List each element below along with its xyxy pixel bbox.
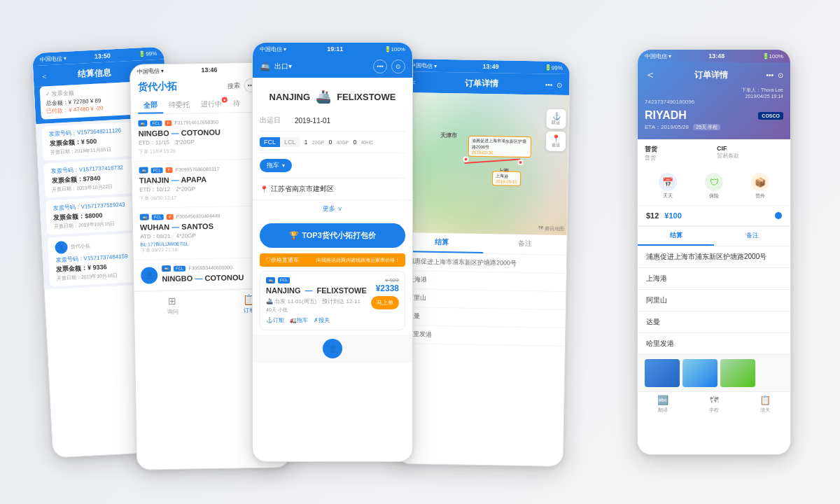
- thumb-3[interactable]: [720, 359, 755, 387]
- service-type-2: 贸易条款: [717, 152, 783, 160]
- back-btn-billing[interactable]: ＜: [40, 71, 48, 82]
- eta-badge: 25天 半程: [693, 124, 720, 130]
- battery-billing: 🔋99%: [139, 50, 157, 57]
- orderer-label: 下单人：Thora Lee: [645, 87, 783, 94]
- search-label[interactable]: 搜索: [227, 81, 239, 90]
- tag-fcl-result: FCL: [278, 277, 290, 284]
- nav-map: ＜ 订单详情 ••• ⊙: [402, 71, 569, 95]
- location-text[interactable]: 江苏省南京市建邺区: [271, 184, 334, 194]
- bt-translate[interactable]: 🔤 翻译: [638, 395, 689, 414]
- loc-5: 哈里发港: [638, 333, 790, 355]
- tab-pending[interactable]: 待委托: [163, 96, 195, 113]
- tag-sea-result: 🚢: [266, 277, 275, 284]
- query-icon: ⊞: [168, 295, 176, 307]
- thumb-2[interactable]: [682, 359, 718, 387]
- qr-icon-order[interactable]: ⊙: [778, 71, 783, 79]
- map-label-1: 浦惠促进上海市浦东新区护塘路2000号 2019-03-30: [468, 136, 532, 158]
- back-btn-order[interactable]: ＜: [645, 68, 656, 83]
- detail-row-4: 达曼: [398, 307, 565, 328]
- fcl-lcl-tabs: FCL LCL: [260, 137, 300, 147]
- menu-search[interactable]: •••: [373, 59, 387, 74]
- tool-daily[interactable]: 📅 天天: [659, 173, 677, 200]
- type-40gp: 40GP: [336, 140, 349, 145]
- avatar-search[interactable]: 👤: [323, 339, 342, 358]
- obt-beizhu[interactable]: 备注: [714, 227, 790, 246]
- drag-btn[interactable]: 拖车 ▾: [260, 159, 292, 172]
- ship-middle-icon: 🚢: [316, 89, 331, 104]
- top3-icon: 🏆: [289, 231, 299, 240]
- translate-icon: 🔤: [657, 395, 668, 405]
- form-row-truck: 拖车 ▾: [260, 153, 405, 178]
- truck-icon[interactable]: 🚛拖车: [290, 316, 308, 324]
- map-background: [400, 92, 569, 235]
- order-date: 2019/04/25 19:14: [645, 94, 783, 99]
- location-list-order: 浦惠促进上海市浦东新区护塘路2000号 上海港 阿里山 达曼 哈里发港: [638, 246, 790, 355]
- qr-search[interactable]: ⊙: [391, 59, 405, 74]
- menu-icon-map[interactable]: •••: [545, 80, 553, 88]
- service-type-1: 普货: [645, 154, 711, 162]
- export-label[interactable]: 出口▾: [274, 62, 292, 71]
- ship-item-4-header: 🚢 FCL F305933440600000: [162, 264, 244, 272]
- bnav-query[interactable]: ⊞ 询问: [134, 295, 211, 316]
- more-row[interactable]: 更多 ∨: [253, 200, 412, 218]
- title-billing: 结算信息: [77, 66, 111, 80]
- count-20gp[interactable]: 1: [304, 139, 308, 146]
- title-order: 订单详情: [694, 69, 728, 81]
- map-logo: 🗺 腾讯地图: [538, 225, 564, 232]
- thumb-1[interactable]: [645, 359, 680, 387]
- tab-all[interactable]: 全部: [138, 97, 163, 114]
- top3-button[interactable]: 🏆 TOP3货代小拓打包价: [260, 223, 405, 248]
- tab-wait[interactable]: 待: [227, 95, 246, 112]
- date-value[interactable]: 2019-11-01: [295, 117, 405, 125]
- location-row: 📍 江苏省南京市建邺区: [253, 178, 412, 200]
- loc-3: 阿里山: [638, 290, 790, 312]
- price-row: $12 ¥100: [638, 206, 790, 226]
- service-grid: 普货 普货 CIF 贸易条款: [638, 139, 790, 167]
- date-label: 出运日: [260, 115, 295, 125]
- type-40hc: 40HC: [360, 140, 373, 145]
- tool-daily-label: 天天: [663, 192, 673, 200]
- order-id: 7423737490180096: [645, 99, 783, 105]
- order-bottom-tabs: 结算 备注: [638, 226, 790, 246]
- order-header-top: ＜ 订单详情 ••• ⊙: [645, 68, 783, 83]
- thumb-row: [638, 355, 790, 391]
- price-crossed: ¥ 922: [385, 277, 399, 284]
- tag-sea-2: 🚢: [139, 167, 148, 174]
- lcl-tab[interactable]: LCL: [280, 137, 300, 147]
- tab-beizhu[interactable]: 备注: [483, 234, 566, 255]
- destination-row: RIYADH COSCO: [645, 109, 783, 122]
- signal-map: 中国电信 ▾: [410, 62, 437, 70]
- book-now-btn[interactable]: 马上单: [371, 296, 399, 309]
- bt-customs[interactable]: 📋 清关: [739, 395, 790, 414]
- fcl-tab[interactable]: FCL: [260, 137, 280, 147]
- book-icon[interactable]: ⚓订船: [266, 316, 284, 324]
- result-item-1[interactable]: 🚢 FCL NANJING — FELIXSTOWE 🚢 出发 11-01(周五…: [260, 271, 405, 330]
- tool-extra[interactable]: 📦 货外: [751, 173, 769, 200]
- promo-bar[interactable]: ♡价格直通车 向我推送此两内诸线路海运家率价格！: [260, 253, 405, 267]
- sidebar-actions: ⚓ 联运 📍 追运: [546, 109, 566, 151]
- count-40hc[interactable]: 0: [353, 139, 356, 146]
- tool-insurance[interactable]: 🛡 保险: [705, 173, 723, 200]
- action-track[interactable]: 📍 追运: [546, 132, 566, 151]
- signal-list: 中国电信 ▾: [137, 67, 164, 76]
- loc-2: 上海港: [638, 268, 790, 290]
- customs-icon[interactable]: ✗报关: [314, 316, 330, 324]
- bt-halfpath[interactable]: 🗺 半程: [689, 395, 740, 414]
- bottom-tabs-order: 🔤 翻译 🗺 半程 📋 清关: [638, 391, 790, 416]
- dest-name: RIYADH: [645, 109, 687, 122]
- form-section: 出运日 2019-11-01 FCL LCL 1 20GP 0 40GP 0 4…: [253, 110, 412, 178]
- avatar-label: 货代小拓: [70, 242, 90, 250]
- tab-inprogress[interactable]: 进行中●: [195, 96, 227, 113]
- menu-icon-order[interactable]: •••: [766, 71, 774, 79]
- qr-icon-map[interactable]: ⊙: [556, 80, 562, 88]
- count-40gp[interactable]: 0: [328, 139, 332, 146]
- battery-map: 🔋99%: [545, 64, 563, 71]
- phone-order: 中国电信 ▾ 13:48 🔋100% ＜ 订单详情 ••• ⊙ 下单人：Thor…: [637, 49, 791, 455]
- tag-status-3: F: [167, 214, 174, 219]
- map-dot-end: [517, 160, 523, 165]
- detail-list-map: 浦惠促进上海市浦东新区护塘路2000号 上海港 阿里山 达曼 哈里发港: [398, 253, 566, 346]
- action-lianyin[interactable]: ⚓ 联运: [546, 109, 566, 129]
- obt-jiesuan[interactable]: 结算: [638, 227, 714, 246]
- eta-label: ETA：2019/05/28: [645, 124, 689, 130]
- price-main: ¥2338: [376, 284, 399, 293]
